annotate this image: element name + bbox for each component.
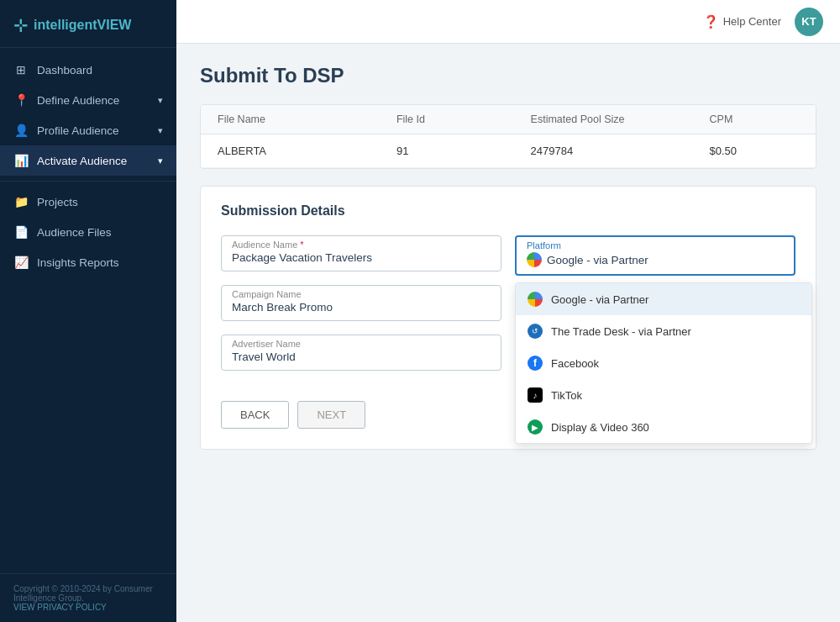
chevron-down-icon: ▾ <box>158 125 163 136</box>
campaign-name-value: March Break Promo <box>232 301 491 314</box>
back-button[interactable]: BACK <box>221 401 289 429</box>
col-cpm: CPM <box>710 113 799 125</box>
folder-icon: 📁 <box>13 195 29 208</box>
platform-option-label: TikTok <box>551 389 582 402</box>
col-pool-size: Estimated Pool Size <box>531 113 710 125</box>
help-icon: ❓ <box>703 14 719 29</box>
user-avatar[interactable]: KT <box>795 8 823 36</box>
platform-select[interactable]: Platform Google - via Partner <box>515 235 795 276</box>
platform-option-google[interactable]: Google - via Partner <box>516 283 811 315</box>
sidebar-item-label: Activate Audience <box>37 155 127 167</box>
facebook-icon: f <box>528 356 543 371</box>
campaign-name-label: Campaign Name <box>232 289 491 299</box>
sidebar-item-profile-audience[interactable]: 👤 Profile Audience ▾ <box>0 115 176 145</box>
platform-option-label: Facebook <box>551 357 599 370</box>
cell-cpm: $0.50 <box>710 145 799 157</box>
sidebar-item-label: Define Audience <box>37 94 119 107</box>
platform-label: Platform <box>527 240 784 250</box>
advertiser-name-value: Travel World <box>232 351 491 363</box>
help-center-label: Help Center <box>723 15 781 28</box>
tiktok-icon: ♪ <box>528 387 543 403</box>
sidebar-logo: ⊹ intelligentVIEW <box>0 0 176 48</box>
advertiser-name-field[interactable]: Advertiser Name Travel World <box>221 335 501 371</box>
sidebar-item-projects[interactable]: 📁 Projects <box>0 187 176 217</box>
cell-file-name: ALBERTA <box>218 145 396 157</box>
sidebar-item-label: Insights Reports <box>37 256 119 269</box>
sidebar-item-label: Profile Audience <box>37 124 119 137</box>
chart-icon: 📊 <box>13 154 29 167</box>
logo-icon: ⊹ <box>13 15 27 35</box>
advertiser-name-label: Advertiser Name <box>232 339 491 349</box>
main-content: ❓ Help Center KT Submit To DSP File Name… <box>176 0 840 622</box>
platform-option-label: The Trade Desk - via Partner <box>551 325 691 338</box>
platform-selected-label: Google - via Partner <box>547 254 648 266</box>
button-row: BACK NEXT <box>221 401 501 429</box>
content-area: Submit To DSP File Name File Id Estimate… <box>176 44 840 622</box>
sidebar-item-insights-reports[interactable]: 📈 Insights Reports <box>0 247 176 277</box>
platform-field[interactable]: Platform Google - via Partner Google - v… <box>515 235 795 429</box>
sidebar-item-label: Dashboard <box>37 64 92 76</box>
dashboard-icon: ⊞ <box>13 63 29 76</box>
topbar: ❓ Help Center KT <box>176 0 840 44</box>
sidebar-item-label: Projects <box>37 196 78 208</box>
platform-option-facebook[interactable]: f Facebook <box>516 347 811 379</box>
col-file-id: File Id <box>396 113 531 125</box>
col-file-name: File Name <box>218 113 396 125</box>
location-icon: 📍 <box>13 93 29 107</box>
platform-option-tiktok[interactable]: ♪ TikTok <box>516 379 811 411</box>
audience-name-label: Audience Name <box>232 240 491 250</box>
tradedesk-icon: ↺ <box>528 324 543 339</box>
sidebar-item-activate-audience[interactable]: 📊 Activate Audience ▾ <box>0 145 176 176</box>
table-header: File Name File Id Estimated Pool Size CP… <box>201 105 816 134</box>
cell-pool-size: 2479784 <box>531 145 710 157</box>
submission-section-title: Submission Details <box>221 203 795 219</box>
sidebar-item-audience-files[interactable]: 📄 Audience Files <box>0 217 176 247</box>
platform-option-dv360[interactable]: ▶ Display & Video 360 <box>516 411 811 443</box>
next-button[interactable]: NEXT <box>297 401 365 429</box>
platform-dropdown-menu: Google - via Partner ↺ The Trade Desk - … <box>515 282 812 444</box>
cell-file-id: 91 <box>396 145 531 157</box>
sidebar-item-define-audience[interactable]: 📍 Define Audience ▾ <box>0 85 176 115</box>
platform-option-tradedesk[interactable]: ↺ The Trade Desk - via Partner <box>516 315 811 347</box>
audience-name-field[interactable]: Audience Name Package Vacation Travelers <box>221 235 501 271</box>
logo-text: intelligentVIEW <box>34 18 131 33</box>
copyright-text: Copyright © 2010-2024 by Consumer Intell… <box>13 584 163 603</box>
sidebar-nav: ⊞ Dashboard 📍 Define Audience ▾ 👤 Profil… <box>0 48 176 573</box>
dv360-icon: ▶ <box>528 419 543 435</box>
google-icon <box>527 252 542 267</box>
sidebar-item-dashboard[interactable]: ⊞ Dashboard <box>0 55 176 85</box>
chevron-down-icon: ▾ <box>158 95 163 106</box>
sidebar-item-label: Audience Files <box>37 226 112 239</box>
submission-details-card: Submission Details Audience Name Package… <box>200 186 816 450</box>
file-table-card: File Name File Id Estimated Pool Size CP… <box>200 104 816 169</box>
platform-option-label: Google - via Partner <box>551 293 648 306</box>
google-icon <box>528 292 543 307</box>
privacy-policy-link[interactable]: VIEW PRIVACY POLICY <box>13 603 163 612</box>
sidebar-footer: Copyright © 2010-2024 by Consumer Intell… <box>0 573 176 622</box>
campaign-name-field[interactable]: Campaign Name March Break Promo <box>221 285 501 321</box>
form-grid: Audience Name Package Vacation Travelers… <box>221 235 795 429</box>
avatar-initials: KT <box>801 15 816 28</box>
help-center-button[interactable]: ❓ Help Center <box>703 14 781 29</box>
file-icon: 📄 <box>13 225 29 239</box>
sidebar: ⊹ intelligentVIEW ⊞ Dashboard 📍 Define A… <box>0 0 176 622</box>
person-icon: 👤 <box>13 124 29 137</box>
bar-chart-icon: 📈 <box>13 256 29 269</box>
platform-selected-value: Google - via Partner <box>527 252 784 267</box>
page-title: Submit To DSP <box>200 64 816 87</box>
chevron-down-icon: ▾ <box>158 156 163 166</box>
audience-name-value: Package Vacation Travelers <box>232 251 491 264</box>
table-row: ALBERTA 91 2479784 $0.50 <box>201 134 816 168</box>
form-left-column: Audience Name Package Vacation Travelers… <box>221 235 501 429</box>
platform-option-label: Display & Video 360 <box>551 421 649 434</box>
